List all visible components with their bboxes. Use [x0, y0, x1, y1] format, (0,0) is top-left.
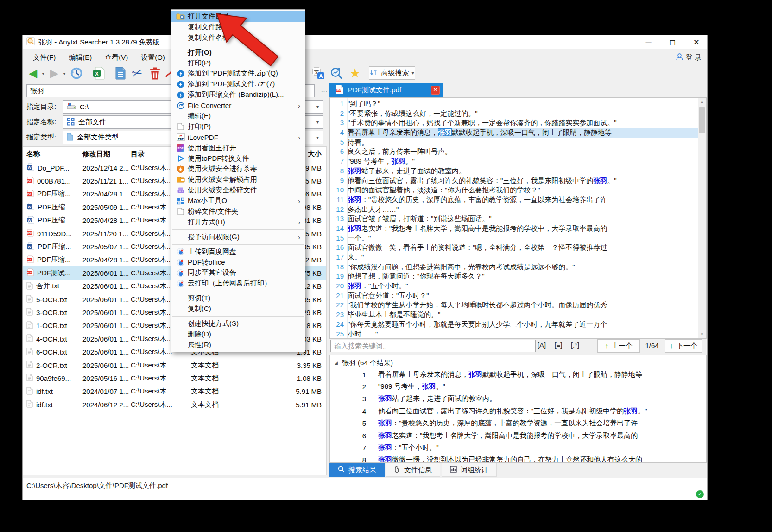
context-menu-item[interactable]: 剪切(T) [171, 293, 305, 304]
context-menu-item[interactable]: 打印(P) [171, 121, 305, 132]
context-menu-item[interactable]: 粉碎文件/文件夹 [171, 206, 305, 217]
file-name: idf.txt [36, 387, 53, 395]
match-case-button[interactable]: [A] [534, 341, 549, 349]
context-menu-item[interactable]: Max小工具O› [171, 196, 305, 206]
forward-button[interactable]: ▶ [48, 64, 61, 82]
table-row[interactable]: 2-OCR.txt2025/06/01 1...C:\Users\木...文本文… [23, 359, 326, 372]
tab-pdf-preview[interactable]: PDF PDF测试文件.pdf ✕ [329, 83, 443, 97]
file-date: 2025/06/01 1... [82, 348, 131, 356]
minimize-button[interactable]: ─ [646, 38, 652, 47]
regex-button[interactable]: [.*] [568, 341, 582, 349]
column-name[interactable]: 名称 [23, 150, 82, 158]
line-text: 来。" [348, 253, 706, 262]
document-icon[interactable] [113, 64, 128, 82]
column-date[interactable]: 修改日期 [82, 150, 131, 158]
result-row[interactable]: 7张羽："五个小时。" [330, 442, 706, 454]
menu-edit[interactable]: 编辑(E) [62, 52, 98, 63]
result-row[interactable]: 4他看向三位面试官，露出了练习许久的礼貌笑容："三位好，我是东阳初级中学的张羽。… [330, 405, 706, 417]
line-text: 他想了想，随意问道："你现在每天睡多久？" [348, 272, 706, 281]
pdf-file-icon: PDF [336, 85, 344, 95]
expand-triangle-icon: ◢ [335, 361, 338, 365]
cut-icon[interactable]: ✂ [129, 64, 145, 82]
more-button[interactable]: … [318, 86, 330, 97]
title-bar: 张羽 - Anytxt Searcher 1.3.2879 免费版 ─ ◻ ✕ [23, 35, 707, 49]
history-icon[interactable] [69, 64, 84, 82]
find-keyword-input[interactable] [330, 340, 536, 352]
login-button[interactable]: 登 录 [676, 53, 702, 62]
table-row[interactable]: idf.txt2024/06/12 2...C:\Users\木...文本文档5… [23, 398, 326, 411]
results-header[interactable]: ◢ 张羽 (64 个结果) [330, 355, 706, 368]
context-menu-item[interactable]: 创建快捷方式(S) [171, 318, 305, 329]
close-button[interactable]: ✕ [693, 38, 700, 47]
result-text: 张羽站了起来，走进了面试的教室内。 [378, 394, 496, 403]
txt-file-icon [26, 374, 33, 383]
file-size: 5.91 MB [258, 387, 326, 395]
context-menu-item[interactable]: 使用火绒安全进行杀毒 [171, 164, 305, 174]
scroll-down-icon[interactable]: ▼ [698, 331, 706, 338]
context-menu-item[interactable]: File Converter› [171, 100, 305, 111]
context-menu-item[interactable]: 添加到压缩文件 (Bandizip)(L)... [171, 89, 305, 100]
context-menu-item[interactable]: 云打印（上传网盘后打印） [171, 278, 305, 289]
close-tab-icon[interactable]: ✕ [431, 86, 440, 95]
context-menu-item[interactable]: PDF使用看图王打开 [171, 143, 305, 153]
down-arrow-icon: ↓ [670, 342, 673, 350]
line-number: 12 [330, 205, 348, 215]
table-row[interactable]: idf.txt2024/01/07 1...C:\Users\木...文本文档5… [23, 385, 326, 398]
zoom-analysis-icon[interactable] [329, 64, 344, 82]
line-text: 多杰出人才……" [348, 205, 706, 215]
delete-icon[interactable] [147, 64, 163, 82]
word-file-icon: W [26, 203, 34, 212]
whole-word-button[interactable]: [≡] [551, 341, 566, 349]
context-menu-item[interactable]: I♥PDFiLovePDF› [171, 132, 305, 143]
result-row[interactable]: 6张羽老实道："我想考上名牌大学，嵩阳高中是我能报考的学校中，大学录取率最高的 [330, 430, 706, 442]
tab-search-results[interactable]: 搜索结果 [329, 463, 385, 477]
back-button[interactable]: ◀ [26, 64, 39, 82]
line-number: 19 [330, 272, 348, 281]
result-row[interactable]: 8张羽微微一愣，没想到本以为已经非常努力的自己，在努力上竟然还和他人有这么大的 [330, 454, 706, 463]
baidu-icon [173, 280, 188, 287]
result-row[interactable]: 1看着屏幕上母亲发来的消息，张羽默默收起手机，深吸一口气，闭上了眼睛，静静地等 [330, 368, 706, 380]
context-menu-item[interactable]: 编辑(E) [171, 111, 305, 121]
menu-settings[interactable]: 设置(O) [134, 52, 171, 63]
scrollbar-thumb[interactable] [699, 107, 705, 133]
tab-file-info[interactable]: 文件信息 [386, 463, 440, 477]
forward-dropdown-icon[interactable]: ▾ [62, 64, 67, 82]
advanced-search-button[interactable]: 高级搜索 ▾ [369, 66, 415, 80]
table-row[interactable]: 90a9fe69...2025/05/16 1...C:\Users\木...文… [23, 372, 326, 385]
result-row[interactable]: 2"989 号考生，张羽。" [330, 380, 706, 393]
menu-file[interactable]: 文件(F) [26, 52, 62, 63]
favorite-star-icon[interactable]: ★ [347, 64, 363, 82]
tab-word-stats[interactable]: 词组统计 [442, 463, 497, 477]
context-menu-item[interactable]: 使用toPDF转换文件 [171, 153, 305, 164]
file-directory: C:\Users\木... [131, 387, 191, 396]
export-excel-icon[interactable]: X [91, 64, 106, 82]
context-menu-item[interactable]: 上传到百度网盘 [171, 247, 305, 257]
context-menu-item[interactable]: 授予访问权限(G)› [171, 232, 305, 242]
keyword-match: 张羽 [378, 456, 392, 463]
context-menu-item[interactable]: 同步至其它设备 [171, 267, 305, 278]
menu-view[interactable]: 查看(V) [98, 52, 134, 63]
next-match-button[interactable]: ↓ 下一个 [665, 339, 702, 353]
context-menu-item[interactable]: 属性(R) [171, 340, 305, 350]
context-menu-item[interactable]: 复制(C) [171, 304, 305, 314]
translate-icon[interactable]: 文A [311, 64, 326, 82]
preview-scrollbar[interactable]: ▲ ▼ [698, 98, 706, 338]
back-dropdown-icon[interactable]: ▾ [40, 64, 46, 82]
context-menu-item[interactable]: 使用火绒安全解锁占用 [171, 174, 305, 185]
scroll-up-icon[interactable]: ▲ [698, 98, 706, 105]
pdfview-icon: PDF [173, 144, 188, 152]
keyword-match: 张羽 [348, 167, 361, 175]
context-menu-item[interactable]: 删除(D) [171, 329, 305, 340]
result-row[interactable]: 3张羽站了起来，走进了面试的教室内。 [330, 393, 706, 405]
context-menu-item[interactable]: 添加到 "PDF测试文件.7z"(7) [171, 79, 305, 89]
context-menu-item[interactable]: 打开方式(H)› [171, 217, 305, 228]
maximize-button[interactable]: ◻ [669, 38, 676, 47]
context-menu-item[interactable]: 使用火绒安全粉碎文件 [171, 185, 305, 196]
menu-item-label: 添加到 "PDF测试文件.7z"(7) [188, 80, 275, 89]
file-name: 6-OCR.txt [36, 348, 67, 356]
previous-match-button[interactable]: ↑ 上一个 [597, 339, 640, 353]
submenu-arrow-icon: › [298, 133, 300, 141]
result-row[interactable]: 5张羽："贵校悠久的历史，深厚的底蕴，丰富的教学资源，一直以来为社会培养出了许 [330, 418, 706, 430]
window-title: 张羽 - Anytxt Searcher 1.3.2879 免费版 [38, 38, 160, 47]
context-menu-item[interactable]: PDF转office [171, 257, 305, 268]
